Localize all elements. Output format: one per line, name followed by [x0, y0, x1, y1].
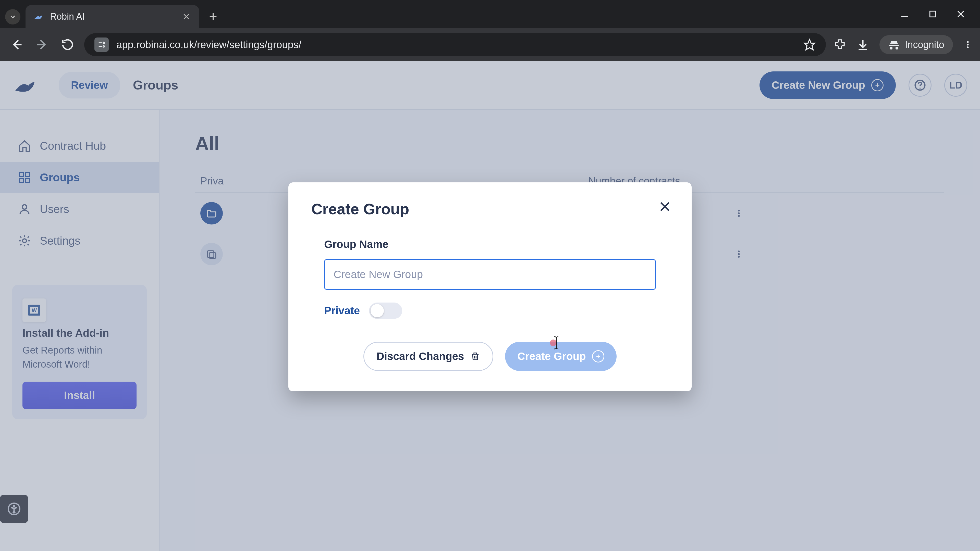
- private-label: Private: [324, 305, 360, 317]
- incognito-icon: [888, 39, 900, 51]
- private-toggle[interactable]: [369, 303, 402, 319]
- tab-title: Robin AI: [50, 11, 175, 22]
- svg-point-17: [967, 41, 969, 43]
- window-maximize-button[interactable]: [926, 8, 939, 21]
- tab-search-button[interactable]: [5, 9, 21, 24]
- tab-favicon: [33, 11, 44, 22]
- group-name-input[interactable]: [324, 259, 656, 290]
- nav-back-button[interactable]: [8, 36, 25, 54]
- svg-rect-5: [930, 11, 936, 17]
- incognito-indicator[interactable]: Incognito: [880, 35, 953, 54]
- svg-point-19: [967, 46, 969, 48]
- window-close-button[interactable]: [955, 8, 967, 21]
- browser-tab-strip: Robin AI: [0, 0, 980, 28]
- site-info-icon[interactable]: [94, 38, 109, 52]
- extensions-icon[interactable]: [834, 38, 846, 51]
- discard-label: Discard Changes: [376, 350, 464, 362]
- browser-menu-icon[interactable]: [963, 40, 972, 49]
- plus-circle-icon: [592, 350, 605, 362]
- incognito-label: Incognito: [905, 39, 944, 50]
- toggle-knob: [371, 304, 384, 318]
- nav-forward-button[interactable]: [33, 36, 51, 54]
- address-bar[interactable]: app.robinai.co.uk/review/settings/groups…: [84, 33, 826, 56]
- trash-icon: [470, 351, 480, 362]
- discard-changes-button[interactable]: Discard Changes: [363, 342, 493, 371]
- svg-point-13: [103, 46, 105, 47]
- svg-marker-14: [804, 40, 815, 50]
- group-name-label: Group Name: [324, 238, 656, 251]
- modal-title: Create Group: [311, 200, 669, 218]
- modal-overlay[interactable]: Create Group Group Name: [0, 61, 980, 551]
- create-group-modal: Create Group Group Name: [288, 183, 692, 391]
- bookmark-star-icon[interactable]: [803, 38, 816, 51]
- submit-label: Create Group: [517, 350, 586, 362]
- modal-close-button[interactable]: [656, 198, 674, 216]
- svg-point-18: [967, 44, 969, 45]
- svg-point-12: [103, 42, 105, 44]
- window-controls: [898, 8, 975, 28]
- app-root: Review Groups Create New Group LD Contra…: [0, 61, 980, 551]
- nav-reload-button[interactable]: [59, 36, 76, 54]
- window-minimize-button[interactable]: [898, 8, 911, 21]
- new-tab-button[interactable]: [204, 8, 222, 25]
- url-text: app.robinai.co.uk/review/settings/groups…: [116, 39, 796, 51]
- create-group-submit-button[interactable]: Create Group: [505, 342, 616, 371]
- browser-tab[interactable]: Robin AI: [25, 5, 199, 28]
- tab-close-icon[interactable]: [181, 11, 191, 22]
- browser-toolbar: app.robinai.co.uk/review/settings/groups…: [0, 28, 980, 61]
- downloads-icon[interactable]: [856, 38, 869, 51]
